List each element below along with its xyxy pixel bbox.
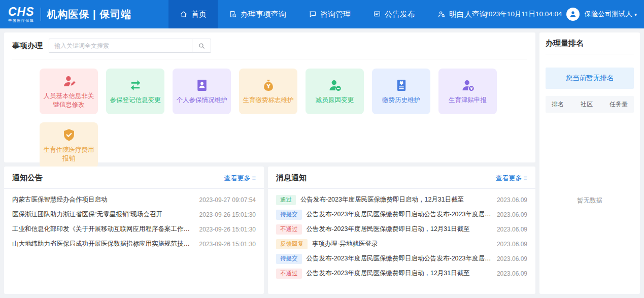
message-list: 通过公告发布-2023年度居民医保缴费即日启动，12月31日截至2023.06.…: [268, 189, 535, 281]
user-avatar-icon[interactable]: [566, 8, 580, 21]
nav-item-home[interactable]: 首页: [168, 0, 218, 28]
message-date: 2023.06.09: [497, 226, 527, 233]
matter-card-label: 人员基本信息非关键信息修改: [40, 92, 98, 109]
message-date: 2023.06.09: [497, 241, 527, 248]
status-badge: 反馈回复: [276, 239, 308, 249]
chat-icon: [309, 10, 317, 18]
status-badge: 待提交: [276, 210, 302, 220]
notice-item[interactable]: 山大地纬助力省医保局成功开展医保数据指标应用实施规范技术培训会议2023-09-…: [12, 237, 256, 251]
nav-item-announce-publish[interactable]: 公告发布: [362, 0, 426, 28]
datetime: 2023年10月11日10:04:04: [485, 10, 562, 19]
ranking-column-header: 任务量: [609, 100, 628, 109]
book-icon: [195, 78, 209, 92]
announce-icon: [373, 10, 381, 18]
matter-card-label: 生育缴费标志维护: [241, 96, 296, 104]
ranking-column-header: 社区: [581, 100, 593, 109]
message-item[interactable]: 反馈回复事项办理-异地就医登录2023.06.09: [276, 237, 527, 251]
message-date: 2023.06.09: [497, 270, 527, 277]
ranking-columns: 排名社区任务量: [546, 96, 634, 113]
status-badge: 通过: [276, 195, 296, 205]
nav-item-matters-query[interactable]: 办理事项查询: [218, 0, 297, 28]
chevron-down-icon: ▾: [634, 12, 637, 17]
notice-item[interactable]: 工业和信息化部印发《关于开展移动互联网应用程序备案工作的通知》2023-09-2…: [12, 222, 256, 237]
messages-panel: 消息通知 查看更多 ≡ 通过公告发布-2023年度居民医保缴费即日启动，12月3…: [268, 167, 535, 294]
content: 事项办理 人员基本信息非关键信息修改参保登记信息变更个人参保情况维护¥生育缴费标…: [0, 28, 644, 298]
invoice-icon: ¥: [394, 78, 409, 92]
matter-card-birth-pay-flag[interactable]: ¥生育缴费标志维护: [239, 69, 297, 114]
brand-divider: [41, 8, 41, 21]
status-badge: 不通过: [276, 224, 302, 235]
messages-more-link[interactable]: 查看更多 ≡: [495, 174, 527, 183]
matters-panel-head: 事项办理: [12, 39, 527, 59]
message-text: 公告发布-2023年度居民医保缴费即日启动，12月31日截至: [307, 225, 492, 234]
messages-title: 消息通知: [276, 173, 307, 183]
search-box: [49, 39, 211, 53]
matter-card-register-change[interactable]: 参保登记信息变更: [106, 69, 164, 114]
logo-text: CHS: [8, 6, 35, 18]
matter-card-person-basic-info[interactable]: 人员基本信息非关键信息修改: [40, 69, 98, 114]
nav-item-label: 办理事项查询: [241, 10, 286, 19]
matter-card-personal-maintain[interactable]: 个人参保情况维护: [173, 69, 231, 114]
list-icon: ≡: [252, 174, 256, 182]
message-text: 事项办理-异地就医登录: [312, 240, 492, 248]
matter-card-pay-history[interactable]: ¥缴费历史维护: [372, 69, 430, 114]
user-menu[interactable]: 保险公司测试人 ▾: [584, 10, 637, 19]
notices-more-link[interactable]: 查看更多 ≡: [224, 174, 256, 183]
matter-card-label: 参保登记信息变更: [108, 96, 163, 104]
message-text: 公告发布-2023年度居民医保缴费即日启动公告发布-2023年度居民医保缴费即日…: [307, 210, 492, 219]
notice-text: 医保浙江团队助力浙江省医保“无零星报销”现场会召开: [12, 210, 162, 219]
search-input[interactable]: [49, 39, 192, 53]
message-item[interactable]: 通过公告发布-2023年度居民医保缴费即日启动，12月31日截至2023.06.…: [276, 192, 527, 207]
message-text: 公告发布-2023年度居民医保缴费即日启动公告发布-2023年度居民医保缴费即日…: [307, 254, 492, 263]
status-badge: 待提交: [276, 254, 302, 264]
matter-cards: 人员基本信息非关键信息修改参保登记信息变更个人参保情况维护¥生育缴费标志维护减员…: [12, 59, 527, 168]
notices-more-label: 查看更多: [224, 174, 250, 183]
chs-logo: CHS 中国医疗保障: [8, 6, 35, 22]
shield-icon: [62, 128, 76, 142]
main-nav: 首页办理事项查询咨询管理公告发布明白人查询: [168, 0, 485, 28]
top-header: CHS 中国医疗保障 机构医保 | 保司端 首页办理事项查询咨询管理公告发布明白…: [0, 0, 644, 28]
ranking-empty-state: 暂无数据: [546, 113, 634, 289]
matter-card-label: 减员原因变更: [313, 96, 356, 104]
matter-card-birth-hospital-fee[interactable]: 生育住院医疗费用报销: [40, 122, 98, 168]
matter-card-birth-allowance[interactable]: ¥生育津贴申报: [438, 69, 497, 114]
message-date: 2023.06.09: [497, 255, 527, 262]
message-item[interactable]: 不通过公告发布-2023年度居民医保缴费即日启动，12月31日截至2023.06…: [276, 222, 527, 237]
message-item[interactable]: 待提交公告发布-2023年度居民医保缴费即日启动公告发布-2023年度居民医保缴…: [276, 251, 527, 266]
header-right: 2023年10月11日10:04:04 保险公司测试人 ▾: [485, 0, 637, 28]
user-coin-icon: ¥: [461, 78, 475, 92]
messages-more-label: 查看更多: [495, 174, 522, 183]
transfer-icon: [128, 78, 143, 92]
notice-text: 工业和信息化部印发《关于开展移动互联网应用程序备案工作的通知》: [12, 225, 192, 234]
message-text: 公告发布-2023年度居民医保缴费即日启动，12月31日截至: [300, 195, 492, 204]
logo-subtext: 中国医疗保障: [8, 19, 34, 22]
notice-list: 内蒙古医保智慧经办合作项目启动2023-09-27 09:07:54医保浙江团队…: [4, 189, 264, 251]
message-text: 公告发布-2023年度居民医保缴费即日启动，12月31日截至: [307, 269, 492, 278]
message-item[interactable]: 不通过公告发布-2023年度居民医保缴费即日启动，12月31日截至2023.06…: [276, 266, 527, 281]
doc-search-icon: [229, 10, 237, 18]
message-date: 2023.06.09: [497, 211, 527, 218]
home-icon: [180, 10, 188, 18]
left-column: 事项办理 人员基本信息非关键信息修改参保登记信息变更个人参保情况维护¥生育缴费标…: [4, 32, 535, 294]
status-badge: 不通过: [276, 269, 302, 279]
matters-panel: 事项办理 人员基本信息非关键信息修改参保登记信息变更个人参保情况维护¥生育缴费标…: [4, 32, 535, 162]
notices-panel: 通知公告 查看更多 ≡ 内蒙古医保智慧经办合作项目启动2023-09-27 09…: [4, 167, 264, 294]
search-button[interactable]: [192, 39, 211, 53]
bottom-row: 通知公告 查看更多 ≡ 内蒙古医保智慧经办合作项目启动2023-09-27 09…: [4, 167, 535, 294]
notice-item[interactable]: 内蒙古医保智慧经办合作项目启动2023-09-27 09:07:54: [12, 192, 256, 207]
notice-item[interactable]: 医保浙江团队助力浙江省医保“无零星报销”现场会召开2023-09-26 15:0…: [12, 207, 256, 222]
ranking-column-header: 排名: [552, 100, 564, 109]
matter-card-label: 生育住院医疗费用报销: [40, 146, 98, 162]
nav-item-label: 公告发布: [385, 10, 415, 19]
message-item[interactable]: 待提交公告发布-2023年度居民医保缴费即日启动公告发布-2023年度居民医保缴…: [276, 207, 527, 222]
user-name: 保险公司测试人: [584, 10, 632, 19]
matter-card-label: 生育津贴申报: [446, 96, 489, 104]
page: CHS 中国医疗保障 机构医保 | 保司端 首页办理事项查询咨询管理公告发布明白…: [0, 0, 644, 298]
nav-item-consult-manage[interactable]: 咨询管理: [297, 0, 362, 28]
app-title: 机构医保 | 保司端: [47, 8, 132, 21]
list-icon: ≡: [523, 174, 527, 182]
ranking-panel-head: 办理量排名: [546, 39, 634, 54]
notice-date: 2023-09-26 15:01:30: [199, 211, 256, 218]
svg-text:¥: ¥: [470, 87, 473, 91]
matter-card-reduce-reason[interactable]: 减员原因变更: [306, 69, 364, 114]
